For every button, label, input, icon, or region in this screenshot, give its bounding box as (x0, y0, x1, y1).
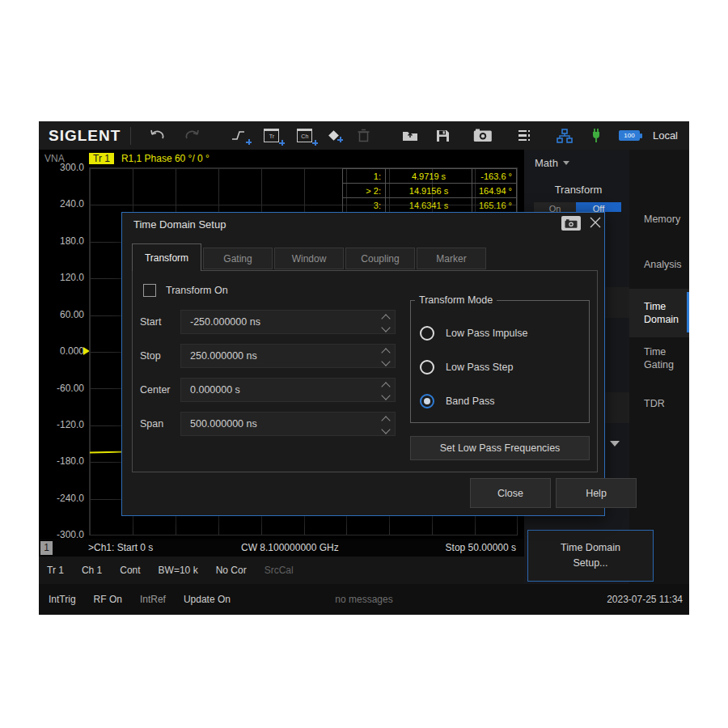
active-item-indicator (687, 292, 689, 332)
help-button[interactable]: Help (556, 478, 637, 508)
radio-icon-selected[interactable] (420, 394, 434, 408)
trace-info[interactable]: R1,1 Phase 60 °/ 0 ° (121, 153, 210, 164)
channel-badge[interactable]: 1 (40, 541, 53, 555)
softkey-remnant (603, 392, 629, 423)
marker-row: 1: 4.9719 s -163.6 ° (343, 169, 517, 184)
dialog-close-icon[interactable] (590, 217, 601, 231)
set-low-pass-frequencies-button[interactable]: Set Low Pass Frequencies (410, 436, 590, 460)
sweep-stop-label: Stop 50.00000 s (446, 542, 516, 553)
sidebar-item-analysis[interactable]: Analysis (629, 258, 689, 271)
span-input[interactable]: 500.000000 ns (180, 412, 396, 436)
sidebar-item-tdr[interactable]: TDR (629, 397, 689, 410)
close-button[interactable]: Close (470, 478, 551, 508)
start-input[interactable]: -250.000000 ns (180, 310, 396, 334)
spinner-icon[interactable] (383, 314, 389, 331)
screenshot-icon[interactable] (473, 129, 493, 142)
power-plug-icon[interactable] (590, 128, 602, 143)
math-menu-dropdown[interactable]: Math (535, 157, 558, 169)
y-tick: -60.00 (39, 383, 84, 394)
marker-readout-table: 1: 4.9719 s -163.6 ° > 2: 14.9156 s 164.… (342, 168, 517, 213)
status-rf-on: RF On (94, 594, 122, 605)
sidebar-menu: Memory Analysis Time Domain Time Gating … (629, 150, 689, 584)
radio-icon[interactable] (420, 326, 434, 341)
trace-status-cont[interactable]: Cont (120, 565, 140, 576)
transform-on-row: Transform On (143, 284, 228, 297)
sidebar-item-time-gating[interactable]: Time Gating (629, 345, 689, 371)
add-trace-window-icon[interactable]: Tr (264, 129, 279, 142)
radio-low-pass-impulse[interactable]: Low Pass Impulse (420, 326, 527, 341)
dialog-tabs: Transform Gating Window Coupling Marker (132, 243, 486, 271)
radio-icon[interactable] (420, 360, 434, 375)
spinner-icon[interactable] (383, 416, 389, 433)
span-field-row: Span 500.000000 ns (140, 412, 396, 436)
status-message: no messages (335, 594, 392, 605)
toolbar: SIGLENT Tr Ch (39, 121, 689, 150)
center-input[interactable]: 0.000000 s (180, 378, 396, 402)
spinner-icon[interactable] (383, 348, 389, 365)
trace-status-nocor[interactable]: No Cor (216, 565, 247, 576)
y-tick: -120.0 (39, 419, 84, 430)
chevron-down-icon (563, 161, 569, 165)
tab-marker[interactable]: Marker (417, 248, 486, 269)
open-file-icon[interactable] (402, 129, 418, 142)
trace-badge[interactable]: Tr 1 (89, 153, 114, 164)
y-tick: -240.0 (39, 493, 84, 504)
local-mode-label[interactable]: Local (653, 129, 678, 142)
menu-icon[interactable] (518, 130, 530, 141)
transform-toggle-on[interactable]: On (534, 202, 576, 212)
add-channel-icon[interactable]: Ch (297, 129, 312, 142)
trace-status-tr1[interactable]: Tr 1 (47, 565, 64, 576)
marker-row: > 2: 14.9156 s 164.94 ° (343, 184, 517, 198)
add-trace-icon[interactable] (231, 129, 246, 142)
stop-field-row: Stop 250.000000 ns (140, 344, 396, 368)
toolbar-divider (130, 127, 131, 145)
radio-band-pass[interactable]: Band Pass (420, 394, 494, 408)
sidebar-item-time-domain[interactable]: Time Domain (629, 289, 689, 337)
transform-on-checkbox[interactable] (143, 284, 156, 297)
y-tick: 0.000 (39, 345, 84, 357)
dropdown-arrow-icon[interactable] (610, 441, 620, 447)
channel-start-label: >Ch1: Start 0 s (88, 542, 153, 553)
center-label: Center (140, 384, 180, 396)
trace-status-bw[interactable]: BW=10 k (159, 565, 198, 576)
radio-low-pass-step[interactable]: Low Pass Step (420, 360, 513, 375)
transform-toggle-off[interactable]: Off (576, 202, 621, 212)
network-icon[interactable] (557, 129, 573, 143)
status-bar: IntTrig RF On IntRef Update On no messag… (39, 584, 689, 615)
siglent-logo: SIGLENT (49, 127, 121, 145)
tab-gating[interactable]: Gating (203, 248, 273, 269)
y-tick: 240.0 (39, 198, 84, 210)
stop-label: Stop (140, 350, 180, 362)
delete-icon[interactable] (358, 129, 370, 142)
y-tick: 60.00 (39, 309, 84, 320)
save-icon[interactable] (436, 129, 450, 142)
channel-bar: 1 >Ch1: Start 0 s CW 8.100000000 GHz Sto… (39, 539, 524, 557)
y-tick: -180.0 (39, 455, 84, 467)
time-domain-setup-dialog: Time Domain Setup Transform Gating Windo… (121, 212, 605, 516)
cw-frequency-label: CW 8.100000000 GHz (241, 542, 339, 553)
start-label: Start (140, 316, 180, 328)
dialog-title: Time Domain Setup (133, 218, 226, 231)
battery-icon: 100 (619, 130, 640, 141)
trace-status-ch1[interactable]: Ch 1 (82, 565, 102, 576)
stop-input[interactable]: 250.000000 ns (180, 344, 396, 368)
dialog-screenshot-icon[interactable] (561, 216, 581, 231)
redo-icon[interactable] (184, 129, 201, 142)
tab-window[interactable]: Window (274, 248, 344, 269)
tab-transform[interactable]: Transform (132, 243, 201, 271)
y-tick: 120.0 (39, 272, 84, 283)
undo-icon[interactable] (148, 129, 166, 142)
softkey-remnant (603, 287, 629, 318)
trace-status-srccal: SrcCal (265, 565, 294, 576)
tab-coupling[interactable]: Coupling (345, 248, 415, 269)
add-marker-icon[interactable] (330, 132, 337, 139)
status-inttrig: IntTrig (49, 594, 76, 605)
spinner-icon[interactable] (383, 382, 389, 399)
time-domain-setup-button[interactable]: Time Domain Setup... (527, 530, 654, 582)
y-tick: 300.0 (39, 162, 84, 173)
sidebar-item-memory[interactable]: Memory (629, 213, 689, 226)
span-label: Span (140, 418, 180, 430)
status-intref: IntRef (140, 594, 166, 605)
center-field-row: Center 0.000000 s (140, 378, 396, 402)
status-update-on: Update On (184, 594, 231, 605)
